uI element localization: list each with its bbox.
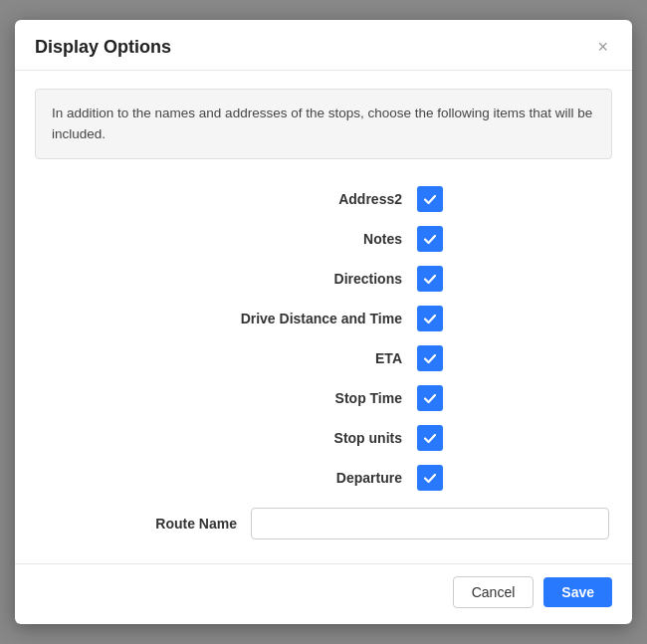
option-label-eta: ETA bbox=[203, 350, 402, 366]
checkbox-wrapper-stop-time bbox=[416, 384, 444, 412]
option-row-departure: Departure bbox=[35, 458, 612, 498]
save-button[interactable]: Save bbox=[543, 577, 612, 607]
option-label-stop-time: Stop Time bbox=[203, 390, 402, 406]
checkbox-stop-units[interactable] bbox=[417, 425, 443, 451]
dialog-title: Display Options bbox=[35, 37, 171, 58]
checkbox-wrapper-departure bbox=[416, 464, 444, 492]
info-text: In addition to the names and addresses o… bbox=[52, 106, 592, 140]
dialog-footer: Cancel Save bbox=[15, 563, 632, 624]
checkbox-departure[interactable] bbox=[417, 465, 443, 491]
option-label-drive-distance-time: Drive Distance and Time bbox=[203, 311, 402, 326]
checkbox-wrapper-directions bbox=[416, 265, 444, 293]
checkbox-wrapper-eta bbox=[416, 344, 444, 372]
cancel-button[interactable]: Cancel bbox=[453, 576, 535, 608]
option-row-directions: Directions bbox=[35, 259, 612, 299]
info-box: In addition to the names and addresses o… bbox=[35, 89, 612, 159]
checkbox-stop-time[interactable] bbox=[417, 385, 443, 411]
route-name-row: Route Name bbox=[35, 498, 612, 545]
route-name-label: Route Name bbox=[38, 516, 237, 532]
option-label-stop-units: Stop units bbox=[203, 430, 402, 446]
route-name-input[interactable] bbox=[251, 508, 609, 539]
option-row-eta: ETA bbox=[35, 338, 612, 378]
close-button[interactable]: × bbox=[593, 36, 612, 58]
option-row-address2: Address2 bbox=[35, 179, 612, 219]
option-row-stop-units: Stop units bbox=[35, 418, 612, 458]
checkbox-wrapper-notes bbox=[416, 225, 444, 253]
option-label-address2: Address2 bbox=[203, 191, 402, 207]
checkbox-eta[interactable] bbox=[417, 345, 443, 371]
dialog-header: Display Options × bbox=[15, 20, 632, 71]
checkbox-directions[interactable] bbox=[417, 266, 443, 292]
option-row-notes: Notes bbox=[35, 219, 612, 259]
dialog-body: In addition to the names and addresses o… bbox=[15, 71, 632, 563]
option-row-stop-time: Stop Time bbox=[35, 378, 612, 418]
options-list: Address2 Notes bbox=[35, 179, 612, 498]
checkbox-address2[interactable] bbox=[417, 186, 443, 212]
checkbox-notes[interactable] bbox=[417, 226, 443, 252]
option-row-drive-distance-time: Drive Distance and Time bbox=[35, 299, 612, 338]
display-options-dialog: Display Options × In addition to the nam… bbox=[15, 20, 632, 624]
checkbox-wrapper-drive-distance-time bbox=[416, 305, 444, 332]
dialog-overlay: Display Options × In addition to the nam… bbox=[0, 0, 647, 644]
option-label-departure: Departure bbox=[203, 470, 402, 486]
option-label-notes: Notes bbox=[203, 231, 402, 247]
checkbox-wrapper-stop-units bbox=[416, 424, 444, 452]
checkbox-wrapper-address2 bbox=[416, 185, 444, 213]
checkbox-drive-distance-time[interactable] bbox=[417, 306, 443, 331]
option-label-directions: Directions bbox=[203, 271, 402, 287]
